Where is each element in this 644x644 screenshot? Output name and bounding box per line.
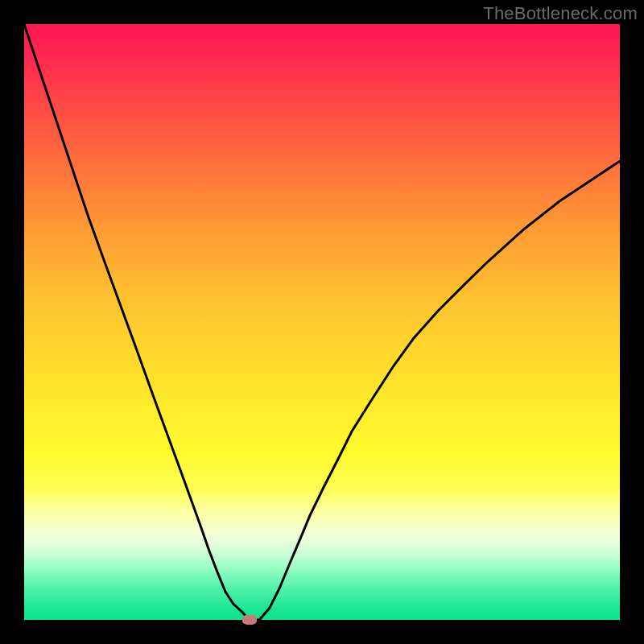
plot-area — [24, 24, 620, 620]
optimal-point-marker — [242, 615, 257, 625]
bottleneck-curve — [24, 24, 620, 620]
chart-frame: TheBottleneck.com — [0, 0, 644, 644]
watermark-text: TheBottleneck.com — [483, 3, 638, 24]
